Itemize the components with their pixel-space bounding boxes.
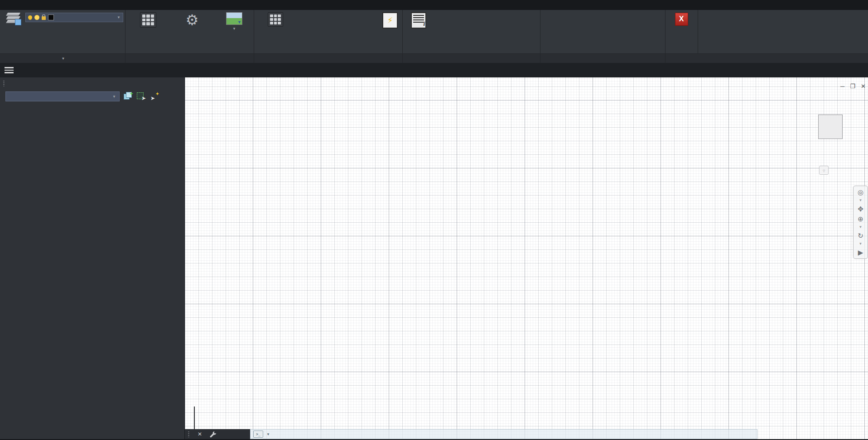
close-icon[interactable]: ✕ xyxy=(861,83,866,90)
layer-freeze-icon[interactable] xyxy=(34,15,39,20)
electrical-design-button[interactable]: ⚡ xyxy=(379,12,401,29)
gear-icon: ⚙ xyxy=(186,12,199,28)
showmotion-icon[interactable]: ▶ xyxy=(858,249,863,256)
pan-icon[interactable]: ✥ xyxy=(858,206,863,212)
viewcube-wcs-dropdown[interactable]: ▽ xyxy=(819,166,829,175)
import-terrain-button[interactable]: ▼ xyxy=(217,12,251,31)
frame-park-icon xyxy=(140,12,156,28)
grip-handle-icon[interactable] xyxy=(188,431,190,437)
group-label-tools xyxy=(403,54,540,63)
ribbon-group-layers: ▼ xyxy=(0,10,125,53)
group-label-close xyxy=(665,54,698,63)
toggle-pickadd-icon[interactable]: + xyxy=(123,91,133,101)
ribbon-group-close: X xyxy=(665,10,698,53)
chevron-down-icon[interactable]: ▼ xyxy=(859,199,863,202)
chevron-down-icon: ▼ xyxy=(112,95,116,99)
document-info-icon xyxy=(411,12,426,29)
ribbon-group-actions: ⚡ xyxy=(254,10,403,53)
layer-lock-icon[interactable] xyxy=(42,16,46,20)
group-label-other xyxy=(540,54,665,63)
group-label-actions xyxy=(254,54,403,63)
close-plugin-button[interactable]: X xyxy=(670,13,692,27)
layer-color-swatch xyxy=(48,14,54,20)
quick-select-icon[interactable]: ➤ xyxy=(136,91,146,101)
navigation-bar: ◎ ▼ ✥ ⊕ ▼ ↻ ▼ ▶ xyxy=(853,186,868,259)
layer-properties-button[interactable] xyxy=(3,13,24,26)
generate-area-icon xyxy=(268,12,283,27)
layout-generation-settings-button[interactable]: ⚙ xyxy=(169,12,215,29)
viewcube-top-face[interactable] xyxy=(818,115,843,139)
model-space-canvas[interactable] xyxy=(185,77,868,440)
chevron-down-icon[interactable]: ▼ xyxy=(859,242,863,246)
frame-park-settings-button[interactable] xyxy=(129,12,167,29)
layout-information-button[interactable] xyxy=(405,12,433,29)
restore-icon[interactable]: ❐ xyxy=(850,83,855,90)
navigation-wheel-icon[interactable]: ◎ xyxy=(858,189,863,196)
selection-dropdown[interactable]: ▼ xyxy=(5,91,120,101)
command-prompt-icon: >_ xyxy=(253,430,263,438)
ribbon-group-tools xyxy=(403,10,540,53)
ribbon-group-labels: ▼ xyxy=(0,53,868,63)
palette-title-bar[interactable] xyxy=(0,77,184,89)
lightning-icon: ⚡ xyxy=(382,12,398,29)
select-objects-icon[interactable]: ➤✦ xyxy=(149,91,159,101)
ribbon-group-workspace: ⚙ ▼ xyxy=(125,10,254,53)
close-x-icon: X xyxy=(675,13,688,26)
chevron-down-icon[interactable]: ▼ xyxy=(117,15,121,19)
hamburger-menu-icon[interactable] xyxy=(0,63,18,77)
layer-dropdown[interactable]: ▼ xyxy=(25,13,123,22)
ribbon-tab-bar xyxy=(0,0,868,10)
chevron-down-icon[interactable]: ▼ xyxy=(266,432,270,436)
chevron-down-icon[interactable]: ▼ xyxy=(859,225,863,229)
close-icon[interactable]: ✕ xyxy=(198,431,202,437)
drawing-window-controls: ─ ❐ ✕ xyxy=(840,83,866,90)
minimize-icon[interactable]: ─ xyxy=(840,83,844,90)
layer-on-icon[interactable] xyxy=(28,15,32,19)
zoom-extents-icon[interactable]: ⊕ xyxy=(858,215,863,222)
ucs-y-axis xyxy=(194,407,195,430)
ribbon-group-other xyxy=(540,10,665,53)
chevron-down-icon[interactable]: ▼ xyxy=(232,27,236,31)
layers-stack-icon xyxy=(6,13,21,25)
file-tab-bar xyxy=(0,63,868,77)
command-line-handle[interactable]: ✕ xyxy=(185,429,250,439)
pvcase-autocad-window: ▼ ⚙ ▼ xyxy=(0,0,868,440)
grip-handle-icon[interactable] xyxy=(3,80,5,86)
terrain-icon xyxy=(226,12,242,25)
properties-palette: ▼ + ➤ ➤✦ xyxy=(0,77,185,440)
ribbon: ▼ ⚙ ▼ xyxy=(0,10,868,53)
group-label-workspace xyxy=(125,54,254,63)
generate-single-area-button[interactable] xyxy=(257,12,294,28)
customize-wrench-icon[interactable] xyxy=(210,431,217,438)
palette-tool-icons: + ➤ ➤✦ xyxy=(123,91,159,101)
command-line-input[interactable]: >_ ▼ xyxy=(250,429,757,439)
group-label-layers[interactable]: ▼ xyxy=(0,54,125,63)
orbit-icon[interactable]: ↻ xyxy=(858,232,863,239)
